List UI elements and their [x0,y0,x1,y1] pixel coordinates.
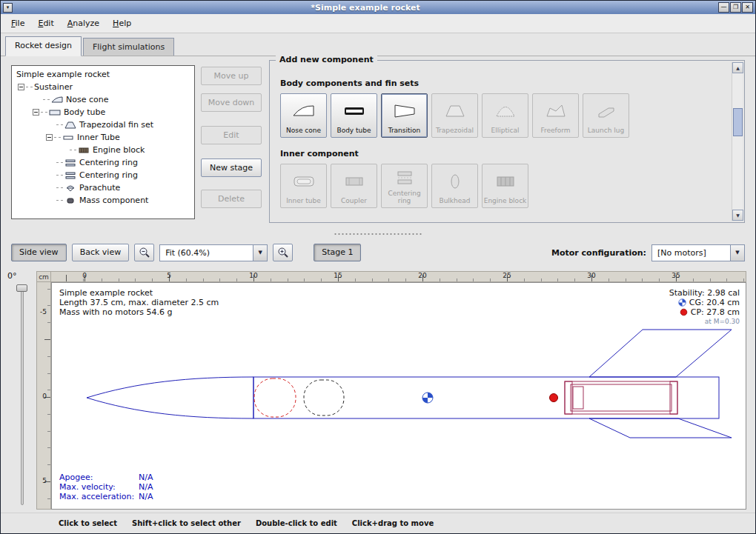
zoom-in-icon [277,247,289,258]
status-hint: Click+drag to move [352,519,434,527]
scrollbar-thumb[interactable] [733,108,743,136]
tree-item-nose-cone[interactable]: Nose cone [13,93,194,106]
rocket-name: Simple example rocket [59,288,219,298]
chevron-down-icon[interactable]: ▼ [730,245,744,261]
component-button-label: Inner tube [282,198,325,205]
menu-edit-rest: dit [43,19,53,28]
panel-splitter[interactable] [1,230,755,238]
tree-item-label: Centering ring [79,158,138,167]
add-centering-ring-button[interactable]: Centering ring [381,164,428,208]
ruler-tick-label: 0 [42,393,47,400]
add-transition-button[interactable]: Transition [381,93,428,138]
app-window: ▾ *Simple example rocket — ❐ ✕ File Edit… [0,0,756,534]
tree-action-buttons: Move up Move down Edit New stage Delete [201,67,265,208]
centering-ring-icon [64,172,76,179]
tab-rocket-design[interactable]: Rocket design [5,36,82,56]
title-bar: ▾ *Simple example rocket — ❐ ✕ [1,1,755,14]
move-down-button[interactable]: Move down [201,93,262,112]
transition-icon [394,94,416,127]
close-button[interactable]: ✕ [742,2,753,13]
menu-file[interactable]: File [5,16,30,31]
zoom-combo[interactable]: Fit (60.4%) ▼ [159,244,268,261]
tree-item-centering-ring-1[interactable]: Centering ring [13,156,194,169]
system-menu-icon[interactable]: ▾ [3,3,13,13]
tree-item-label: Engine block [93,145,145,155]
add-freeform-fin-button[interactable]: Freeform [532,93,579,138]
component-button-label: Engine block [484,198,527,205]
add-coupler-button[interactable]: Coupler [331,164,377,208]
menu-bar: File Edit Analyze Help [1,14,755,33]
scroll-up-icon[interactable]: ▲ [732,62,743,73]
tree-item-sustainer[interactable]: Sustainer [13,81,194,93]
body-tube-outline[interactable] [253,377,719,418]
add-launch-lug-button[interactable]: Launch lug [583,93,629,138]
add-component-group: Add new component Body components and fi… [269,60,745,223]
collapse-icon[interactable] [33,109,39,116]
menu-help[interactable]: Help [107,16,137,31]
flight-row-max-velocity: Max. velocity: N/A [59,482,153,492]
add-bulkhead-button[interactable]: Bulkhead [431,164,478,208]
nose-cone-icon [293,94,315,127]
status-hint: Shift+click to select other [132,519,241,527]
menu-edit[interactable]: Edit [32,16,59,31]
cg-marker [422,393,433,403]
menu-analyze[interactable]: Analyze [62,16,105,31]
rotation-slider[interactable] [21,286,24,505]
motor-configuration-combo[interactable]: [No motors] ▼ [651,244,745,261]
flight-data-block: Apogee: N/A Max. velocity: N/A Max. acce… [59,473,153,501]
delete-button[interactable]: Delete [201,190,262,208]
new-stage-button[interactable]: New stage [201,158,262,177]
mass-component-outline[interactable] [304,380,344,415]
cg-icon [678,298,686,307]
zoom-out-button[interactable] [134,244,154,261]
tree-item-centering-ring-2[interactable]: Centering ring [13,169,194,181]
parachute-outline[interactable] [254,378,296,417]
tree-item-mass-component[interactable]: Mass component [13,194,194,207]
upper-fin-outline[interactable] [589,330,732,377]
cp-icon [680,308,688,316]
freeform-fin-icon [545,94,567,127]
nose-cone-outline[interactable] [87,377,253,418]
coupler-icon [343,164,365,198]
collapse-icon[interactable] [18,84,24,90]
ruler-tick-label: 5 [42,477,47,484]
add-inner-tube-button[interactable]: Inner tube [280,164,327,208]
add-body-tube-button[interactable]: Body tube [331,93,377,138]
inner-components-outline[interactable] [565,381,677,414]
back-view-button[interactable]: Back view [72,244,130,261]
add-elliptical-fin-button[interactable]: Elliptical [482,93,528,138]
component-scrollbar[interactable]: ▲ ▼ [732,62,743,221]
tree-item-parachute[interactable]: Parachute [13,181,194,194]
tree-connector [70,150,76,150]
rocket-outline [87,330,732,438]
chevron-down-icon[interactable]: ▼ [253,245,267,261]
lower-fin-outline[interactable] [589,418,732,438]
tree-item-rocket[interactable]: Simple example rocket [13,68,194,81]
minimize-button[interactable]: — [718,2,729,13]
component-button-label: Centering ring [383,190,426,205]
menu-file-rest: ile [16,19,25,28]
cg-value: CG: 20.4 cm [689,298,740,307]
edit-button[interactable]: Edit [201,126,262,144]
zoom-in-button[interactable] [273,244,293,261]
maximize-button[interactable]: ❐ [730,2,741,13]
side-view-button[interactable]: Side view [11,244,67,261]
scroll-down-icon[interactable]: ▼ [732,210,743,221]
collapse-icon[interactable] [46,134,53,141]
move-up-button[interactable]: Move up [201,67,262,85]
tree-item-engine-block[interactable]: Engine block [13,144,194,156]
tab-flight-simulations[interactable]: Flight simulations [83,38,174,56]
component-button-label: Freeform [534,127,577,135]
rocket-diagram-area: 0° cm 0 5 10 15 20 25 30 35 -5 0 5 [1,267,755,513]
stage-1-toggle[interactable]: Stage 1 [314,244,361,261]
tree-item-inner-tube[interactable]: Inner Tube [13,131,194,144]
add-nose-cone-button[interactable]: Nose cone [280,93,327,138]
motor-configuration-value: [No motors] [652,245,730,261]
tree-item-fin-set[interactable]: Trapezoidal fin set [13,119,194,131]
tree-item-label: Sustainer [34,82,73,92]
rotation-slider-handle[interactable] [16,284,27,292]
add-engine-block-button[interactable]: Engine block [482,164,528,208]
tree-item-body-tube[interactable]: Body tube [13,106,194,119]
rocket-canvas[interactable]: Simple example rocket Length 37.5 cm, ma… [51,282,746,510]
add-trapezoidal-fin-button[interactable]: Trapezoidal [431,93,478,138]
